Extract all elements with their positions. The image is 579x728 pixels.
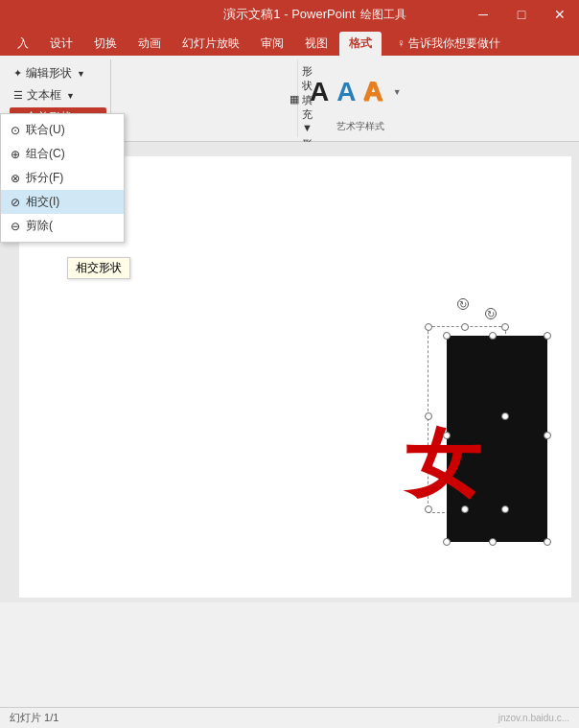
- merge-shape-dropdown: ⊙ 联合(U) ⊕ 组合(C) ⊗ 拆分(F) ⊘ 相交(I) ⊖ 剪除(: [0, 113, 125, 243]
- handle-tr-rect[interactable]: [544, 332, 551, 340]
- handle-tl-rect[interactable]: [443, 332, 451, 340]
- rotate-handle-rect[interactable]: ↻: [485, 308, 497, 319]
- edit-shape-button[interactable]: ✦ 编辑形状 ▼: [10, 63, 106, 83]
- tab-slideshow[interactable]: 幻灯片放映: [173, 32, 249, 56]
- intersect-icon: ⊘: [11, 196, 20, 209]
- handle-ml-text[interactable]: [425, 412, 432, 420]
- maximize-button[interactable]: □: [502, 0, 541, 29]
- handle-ml-rect[interactable]: [443, 432, 451, 439]
- handle-bl-rect[interactable]: [443, 538, 451, 546]
- art-style-more-btn[interactable]: ▼: [391, 85, 404, 99]
- minimize-button[interactable]: ─: [464, 0, 502, 29]
- handle-mr-text[interactable]: [501, 412, 509, 420]
- fill-icon: ▦: [290, 93, 299, 106]
- subtract-icon: ⊖: [11, 220, 20, 233]
- art-styles-content: A A A ▼: [310, 63, 411, 120]
- rotate-handle-text[interactable]: ↻: [457, 298, 469, 310]
- text-box-dropdown-icon: ▼: [66, 91, 75, 101]
- handle-tc-text[interactable]: [461, 323, 469, 331]
- union-icon: ⊙: [11, 124, 20, 137]
- combine-icon: ⊕: [11, 148, 20, 161]
- subtract-menu-item[interactable]: ⊖ 剪除(: [1, 214, 124, 238]
- text-box-icon: ☰: [13, 89, 23, 102]
- handle-bl-text[interactable]: [425, 505, 432, 513]
- edit-shape-icon: ✦: [13, 67, 22, 80]
- edit-shape-dropdown-icon: ▼: [77, 69, 85, 79]
- handle-br-text[interactable]: [501, 505, 509, 513]
- art-style-letter-2[interactable]: A: [336, 77, 356, 107]
- handle-tr-text[interactable]: [501, 323, 509, 331]
- title-bar-tools: ─ □ ✕: [464, 0, 579, 29]
- tab-review[interactable]: 审阅: [251, 32, 293, 56]
- art-styles-group: A A A ▼ 艺术字样式: [298, 59, 423, 137]
- split-icon: ⊗: [11, 172, 20, 185]
- close-button[interactable]: ✕: [541, 0, 579, 29]
- handle-bc-text[interactable]: [461, 505, 469, 513]
- handle-br-rect[interactable]: [544, 538, 551, 546]
- intersect-menu-item[interactable]: ⊘ 相交(I): [1, 190, 124, 214]
- title-text: 演示文稿1 - PowerPoint: [223, 6, 355, 23]
- tooltip: 相交形状: [67, 257, 130, 279]
- text-box-button[interactable]: ☰ 文本框 ▼: [10, 85, 106, 106]
- shape-styles-group: Abc Abc Abc ▼ ▦ 形状填充 ▼ ▭ 形状轮廓 ▼: [111, 59, 298, 137]
- art-style-letter-3[interactable]: A: [363, 77, 382, 107]
- status-bar: 幻灯片 1/1 jnzov.n.baidu.c...: [0, 707, 579, 728]
- art-styles-label: 艺术字样式: [310, 120, 411, 133]
- watermark: jnzov.n.baidu.c...: [498, 713, 569, 723]
- tab-view[interactable]: 视图: [295, 32, 337, 56]
- tab-transition[interactable]: 切换: [84, 32, 127, 56]
- title-bar: 绘图工具 演示文稿1 - PowerPoint ─ □ ✕: [0, 0, 579, 29]
- ribbon-tabs: 入 设计 切换 动画 幻灯片放映 审阅 视图 格式 ♀ 告诉我你想要做什: [0, 29, 579, 56]
- tab-insert[interactable]: 入: [8, 32, 38, 56]
- tab-help[interactable]: ♀ 告诉我你想要做什: [387, 32, 510, 56]
- handle-mr-rect[interactable]: [544, 432, 551, 439]
- handle-tc-rect[interactable]: [489, 332, 497, 340]
- combine-menu-item[interactable]: ⊕ 组合(C): [1, 142, 124, 166]
- tab-design[interactable]: 设计: [40, 32, 82, 56]
- slide-info: 幻灯片 1/1: [10, 711, 58, 725]
- chinese-character: 女: [405, 427, 480, 502]
- shape-fill-button[interactable]: ▦ 形状填充 ▼: [287, 63, 315, 134]
- drawing-tools-label: 绘图工具: [360, 7, 406, 23]
- tab-animation[interactable]: 动画: [128, 32, 171, 56]
- tab-format[interactable]: 格式: [339, 32, 382, 56]
- union-menu-item[interactable]: ⊙ 联合(U): [1, 118, 124, 142]
- handle-tl-text[interactable]: [425, 323, 432, 331]
- handle-bc-rect[interactable]: [489, 538, 497, 546]
- split-menu-item[interactable]: ⊗ 拆分(F): [1, 166, 124, 190]
